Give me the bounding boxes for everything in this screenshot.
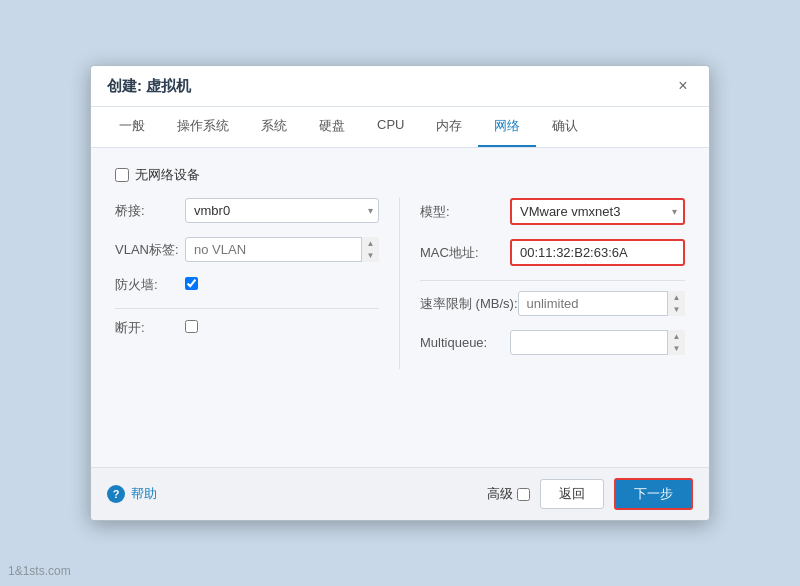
tab-bar: 一般 操作系统 系统 硬盘 CPU 内存 网络 确认: [91, 107, 709, 148]
vlan-down-arrow[interactable]: ▼: [362, 250, 379, 263]
advanced-row: 高级: [487, 485, 530, 503]
close-button[interactable]: ×: [673, 76, 693, 96]
multiqueue-row: Multiqueue: ▲ ▼: [420, 330, 685, 355]
vlan-spin-wrap: ▲ ▼: [185, 237, 379, 262]
dialog-footer: ? 帮助 高级 返回 下一步: [91, 467, 709, 520]
tab-confirm[interactable]: 确认: [536, 107, 594, 147]
help-section[interactable]: ? 帮助: [107, 485, 157, 503]
form-right: 模型: VMware vmxnet3 ▾ MAC地址:: [400, 198, 685, 369]
help-icon: ?: [107, 485, 125, 503]
rate-down-arrow[interactable]: ▼: [668, 304, 685, 317]
multiqueue-up-arrow[interactable]: ▲: [668, 330, 685, 343]
no-network-checkbox-label[interactable]: 无网络设备: [115, 166, 200, 184]
mac-row: MAC地址:: [420, 239, 685, 266]
mac-control: [510, 239, 685, 266]
tab-general[interactable]: 一般: [103, 107, 161, 147]
multiqueue-spin-wrap: ▲ ▼: [510, 330, 685, 355]
rate-input[interactable]: [518, 291, 686, 316]
vlan-up-arrow[interactable]: ▲: [362, 237, 379, 250]
no-network-label: 无网络设备: [135, 166, 200, 184]
model-label: 模型:: [420, 203, 510, 221]
disconnect-control: [185, 320, 379, 336]
vlan-label: VLAN标签:: [115, 241, 185, 259]
tab-memory[interactable]: 内存: [420, 107, 478, 147]
vlan-spin-arrows: ▲ ▼: [361, 237, 379, 262]
tab-system[interactable]: 系统: [245, 107, 303, 147]
multiqueue-control: ▲ ▼: [510, 330, 685, 355]
create-vm-dialog: 创建: 虚拟机 × 一般 操作系统 系统 硬盘 CPU 内存 网络 确认 无网络…: [90, 65, 710, 521]
disconnect-label: 断开:: [115, 319, 185, 337]
form-left: 桥接: vmbr0 ▾ VLAN标签:: [115, 198, 400, 369]
left-divider: [115, 308, 379, 309]
vlan-input[interactable]: [185, 237, 379, 262]
model-select-wrap: VMware vmxnet3 ▾: [510, 198, 685, 225]
rate-label: 速率限制 (MB/s):: [420, 295, 518, 313]
firewall-row: 防火墙:: [115, 276, 379, 294]
back-button[interactable]: 返回: [540, 479, 604, 509]
multiqueue-input[interactable]: [510, 330, 685, 355]
bridge-control: vmbr0 ▾: [185, 198, 379, 223]
mac-label: MAC地址:: [420, 244, 510, 262]
bridge-row: 桥接: vmbr0 ▾: [115, 198, 379, 223]
model-row: 模型: VMware vmxnet3 ▾: [420, 198, 685, 225]
no-network-checkbox[interactable]: [115, 168, 129, 182]
tab-disk[interactable]: 硬盘: [303, 107, 361, 147]
firewall-label: 防火墙:: [115, 276, 185, 294]
bridge-label: 桥接:: [115, 202, 185, 220]
body-spacer: [115, 369, 685, 449]
model-control: VMware vmxnet3 ▾: [510, 198, 685, 225]
firewall-control: [185, 277, 379, 293]
watermark: 1&1sts.com: [8, 564, 71, 578]
disconnect-checkbox[interactable]: [185, 320, 198, 333]
vlan-row: VLAN标签: ▲ ▼: [115, 237, 379, 262]
bridge-select[interactable]: vmbr0: [185, 198, 379, 223]
right-divider: [420, 280, 685, 281]
tab-cpu[interactable]: CPU: [361, 107, 420, 147]
dialog-header: 创建: 虚拟机 ×: [91, 66, 709, 107]
no-network-row: 无网络设备: [115, 166, 685, 184]
form-grid: 桥接: vmbr0 ▾ VLAN标签:: [115, 198, 685, 369]
dialog-body: 无网络设备 桥接: vmbr0 ▾: [91, 148, 709, 467]
multiqueue-down-arrow[interactable]: ▼: [668, 343, 685, 356]
multiqueue-spin-arrows: ▲ ▼: [667, 330, 685, 355]
tab-os[interactable]: 操作系统: [161, 107, 245, 147]
vlan-control: ▲ ▼: [185, 237, 379, 262]
footer-right: 高级 返回 下一步: [487, 478, 693, 510]
mac-input[interactable]: [510, 239, 685, 266]
rate-control: ▲ ▼: [518, 291, 686, 316]
bridge-select-wrap: vmbr0 ▾: [185, 198, 379, 223]
rate-row: 速率限制 (MB/s): ▲ ▼: [420, 291, 685, 316]
advanced-label: 高级: [487, 485, 513, 503]
rate-spin-arrows: ▲ ▼: [667, 291, 685, 316]
multiqueue-label: Multiqueue:: [420, 335, 510, 350]
tab-network[interactable]: 网络: [478, 107, 536, 147]
help-label[interactable]: 帮助: [131, 485, 157, 503]
disconnect-row: 断开:: [115, 319, 379, 337]
dialog-title: 创建: 虚拟机: [107, 77, 191, 96]
rate-up-arrow[interactable]: ▲: [668, 291, 685, 304]
rate-spin-wrap: ▲ ▼: [518, 291, 686, 316]
firewall-checkbox[interactable]: [185, 277, 198, 290]
next-button[interactable]: 下一步: [614, 478, 693, 510]
model-select[interactable]: VMware vmxnet3: [512, 200, 683, 223]
advanced-checkbox[interactable]: [517, 488, 530, 501]
